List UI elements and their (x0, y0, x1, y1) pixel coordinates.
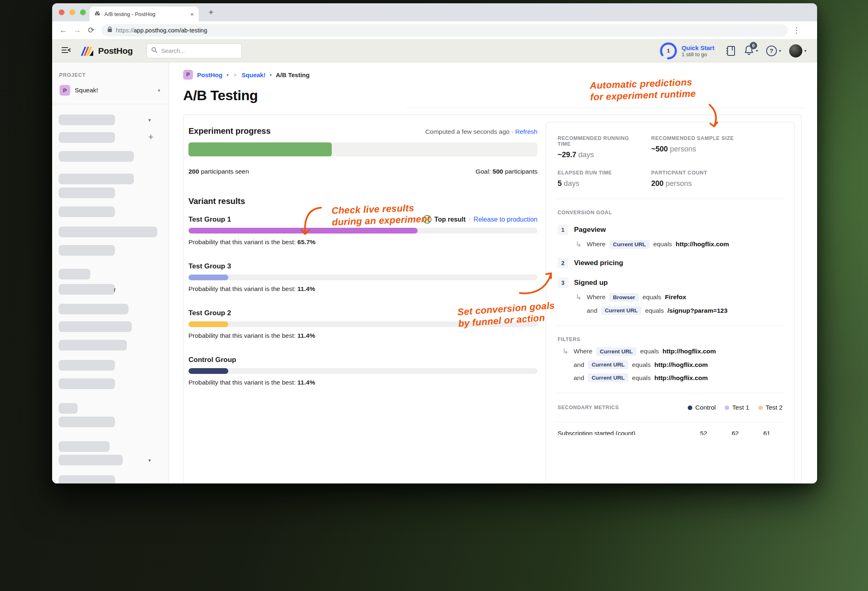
breadcrumb-org-link[interactable]: PostHog (197, 71, 223, 78)
sidebar-skeleton-bar[interactable] (59, 455, 123, 465)
sidebar-skeleton-bar[interactable] (59, 378, 115, 389)
variant-result: Control GroupProbability that this varia… (188, 356, 537, 386)
property-chip[interactable]: Current URL (601, 306, 641, 315)
sidebar-skeleton-bar[interactable] (59, 206, 115, 217)
sidebar-skeleton-bar[interactable] (59, 151, 134, 162)
refresh-link[interactable]: Refresh (515, 128, 537, 135)
notebook-button[interactable] (726, 46, 736, 56)
sidebar-skeleton-bar[interactable] (59, 188, 115, 198)
legend-item: Test 2 (758, 404, 783, 411)
address-bar[interactable]: https://app.posthog.com/ab-testing (101, 24, 788, 37)
account-menu[interactable]: ▾ (789, 44, 806, 57)
legend-item: Control (688, 404, 716, 411)
variant-probability-bar (188, 275, 537, 280)
breadcrumb: P PostHog ▾ > Squeak! ▾ A/B Testing (183, 70, 801, 80)
quick-start-widget[interactable]: 1 Quick Start 1 still to go (659, 42, 714, 60)
stat-label: RECOMMENDED SAMPLE SIZE (651, 135, 783, 141)
browser-menu-icon[interactable]: ⋮ (793, 26, 800, 35)
help-icon: ? (766, 46, 777, 56)
reload-icon[interactable]: ⟳ (84, 25, 98, 35)
variant-probability-fill (188, 275, 228, 280)
secondary-metrics-table: Subscription started (count)526261 (558, 429, 783, 435)
variant-probability-text: Probability that this variant is the bes… (188, 285, 537, 293)
annotation-arrow-curve-icon (301, 205, 323, 239)
quick-start-progress-ring: 1 (659, 42, 677, 60)
sidebar-skeleton-bar[interactable] (59, 441, 110, 452)
goal-step-conditions: ↳WhereBrowserequalsFirefoxandCurrent URL… (574, 293, 783, 315)
variant-probability-bar (188, 228, 537, 234)
sidebar-skeleton-bar[interactable] (59, 245, 115, 256)
sidebar-skeleton-bar[interactable] (59, 284, 115, 295)
sidebar-skeleton-bar[interactable] (59, 340, 127, 350)
zoom-window-button[interactable] (80, 9, 86, 15)
sidebar-skeleton-bar[interactable] (59, 403, 78, 414)
chevron-down-icon[interactable]: ▾ (148, 457, 151, 463)
conversion-goal-label: CONVERSION GOAL (558, 210, 783, 215)
variant-name: Test Group 3 (188, 262, 231, 270)
release-to-production-link[interactable]: Release to production (473, 216, 537, 223)
breadcrumb-separator: > (234, 72, 237, 78)
sidebar-skeleton-bar[interactable] (59, 227, 157, 237)
property-chip[interactable]: Current URL (596, 347, 636, 356)
experiment-progress-fill (188, 142, 332, 156)
search-input[interactable]: Search... (147, 44, 242, 58)
quick-start-subtext: 1 still to go (682, 51, 714, 57)
minimize-window-button[interactable] (69, 9, 75, 15)
sidebar-collapse-icon[interactable] (61, 46, 71, 56)
stat-value: 5 days (558, 179, 640, 188)
sidebar-skeleton-bar[interactable] (59, 174, 134, 184)
stat-value: ~29.7 days (558, 151, 640, 159)
stat-cell: RECOMMENDED RUNNING TIME~29.7 days (558, 135, 640, 159)
goal-step-number: 1 (558, 224, 568, 235)
sidebar-skeleton-bar[interactable] (59, 360, 115, 371)
sidebar-skeleton-bar[interactable] (59, 321, 132, 332)
stat-label: RECOMMENDED RUNNING TIME (558, 135, 640, 147)
variant-list: Test Group 1✓Top result·Release to produ… (188, 215, 537, 386)
condition-row: andCurrent URLequalshttp://hogflix.com (561, 373, 783, 382)
top-result-badge: ✓Top result·Release to production (423, 215, 537, 224)
sidebar-skeleton-bar[interactable] (59, 269, 90, 279)
browser-tab[interactable]: A/B testing - PostHog × (90, 7, 199, 21)
tab-close-icon[interactable]: × (190, 11, 194, 18)
property-chip[interactable]: Browser (609, 293, 639, 302)
property-chip[interactable]: Current URL (588, 360, 628, 369)
chevron-down-icon[interactable]: ▾ (227, 73, 229, 77)
forward-icon[interactable]: → (70, 26, 84, 35)
sidebar-skeleton-bar[interactable] (59, 475, 115, 483)
posthog-logo[interactable]: PostHog (80, 45, 133, 57)
plus-icon[interactable]: + (148, 132, 154, 142)
help-button[interactable]: ? ▾ (766, 46, 781, 56)
chevron-down-icon: ▾ (756, 48, 758, 53)
stat-cell: RECOMMENDED SAMPLE SIZE~500 persons (651, 135, 783, 159)
browser-window: A/B testing - PostHog × + ← → ⟳ https://… (52, 3, 817, 483)
sidebar-skeleton-bar[interactable] (59, 417, 115, 427)
chevron-down-icon[interactable]: ▾ (270, 73, 272, 77)
new-tab-button[interactable]: + (205, 7, 217, 17)
breadcrumb-project-link[interactable]: Squeak! (241, 71, 265, 78)
sidebar-skeleton-bar[interactable] (59, 132, 115, 143)
app-header: PostHog Search... 1 Quick Start 1 still … (52, 39, 817, 62)
chevron-down-icon: ▾ (804, 48, 806, 53)
variant-name: Control Group (188, 356, 236, 364)
stat-label: PARTICPANT COUNT (651, 170, 783, 176)
back-icon[interactable]: ← (56, 26, 70, 35)
chevron-down-icon[interactable]: ▾ (148, 117, 151, 123)
goal-step: 2Viewed pricing (558, 258, 783, 268)
notifications-button[interactable]: 0 ▾ (744, 45, 758, 57)
sidebar-skeleton-bar[interactable] (59, 115, 115, 125)
sidebar-item-peek-text: r (114, 286, 116, 293)
quick-start-count: 1 (659, 42, 677, 60)
close-window-button[interactable] (59, 9, 64, 15)
goal-step-conditions: ↳WhereCurrent URLequalshttp://hogflix.co… (574, 240, 783, 249)
metric-value: 61 (751, 429, 783, 435)
property-chip[interactable]: Current URL (609, 240, 650, 249)
breadcrumb-project-avatar: P (183, 70, 193, 80)
posthog-logo-icon (80, 45, 95, 57)
sidebar-skeleton-bar[interactable] (59, 304, 129, 314)
avatar (789, 44, 802, 57)
sidebar-divider (52, 104, 169, 104)
project-switcher[interactable]: P Squeak! ▾ (56, 82, 165, 98)
browser-toolbar: ← → ⟳ https://app.posthog.com/ab-testing… (52, 21, 817, 39)
property-chip[interactable]: Current URL (588, 373, 628, 382)
stat-cell: PARTICPANT COUNT200 persons (651, 170, 783, 188)
